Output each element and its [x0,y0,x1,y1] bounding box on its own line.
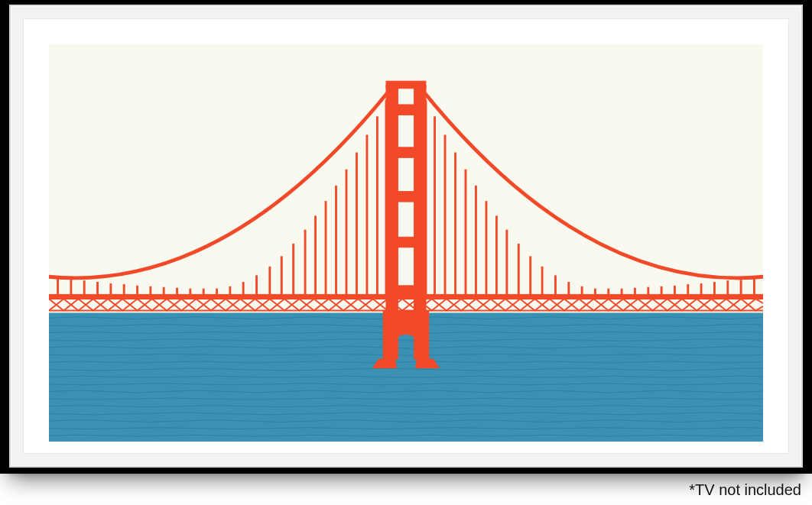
disclaimer-text: *TV not included [689,481,801,499]
svg-rect-64 [398,105,414,115]
frame-mat [49,44,763,428]
tv-frame [9,5,803,468]
svg-rect-66 [398,192,414,202]
frame-bevel [23,18,789,454]
svg-rect-67 [398,237,414,247]
product-backdrop [0,0,812,474]
svg-rect-63 [386,81,426,89]
artwork-golden-gate-bridge [49,44,763,442]
svg-rect-65 [398,147,414,157]
svg-rect-68 [398,286,414,296]
